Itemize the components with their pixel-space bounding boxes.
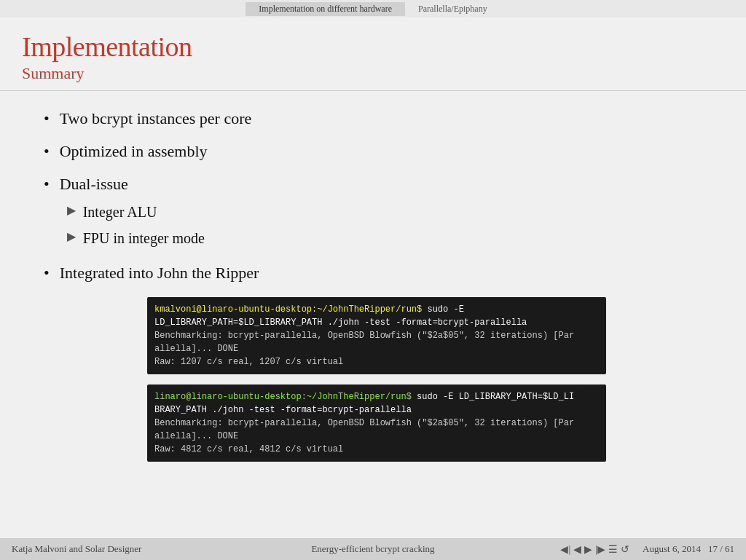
terminal-output: allella]... DONE bbox=[154, 342, 599, 355]
sub-arrow-icon: ▶ bbox=[67, 200, 76, 220]
top-nav: Implementation on different hardware Par… bbox=[0, 0, 746, 17]
slide-subtitle: Summary bbox=[22, 64, 724, 83]
sub-list-item: ▶ Integer ALU bbox=[67, 200, 205, 224]
list-item: • Optimized in assembly bbox=[44, 138, 710, 164]
terminal-box-1: kmalvoni@linaro-ubuntu-desktop:~/JohnThe… bbox=[147, 297, 606, 374]
sub-list-item: ▶ FPU in integer mode bbox=[67, 226, 205, 250]
bullet-text: Two bcrypt instances per core bbox=[60, 106, 252, 131]
bottom-right: ◀| ◀ ▶ |▶ ☰ ↺ August 6, 2014 17 / 61 bbox=[493, 543, 734, 556]
bullet-text: Integrated into John the Ripper bbox=[60, 260, 259, 285]
terminal-output: Raw: 1207 c/s real, 1207 c/s virtual bbox=[154, 355, 599, 368]
terminal-output: Benchmarking: bcrypt-parallella, OpenBSD… bbox=[154, 417, 599, 430]
slide-title: Implementation bbox=[22, 31, 724, 63]
sub-item-text: FPU in integer mode bbox=[83, 226, 205, 250]
nav-first-icon[interactable]: ◀| bbox=[560, 543, 570, 556]
terminal-output: allella]... DONE bbox=[154, 430, 599, 443]
bullet-dot: • bbox=[44, 106, 50, 131]
bullet-dot: • bbox=[44, 260, 50, 285]
nav-last-icon[interactable]: |▶ bbox=[595, 543, 605, 556]
nav-menu-icon[interactable]: ☰ bbox=[608, 543, 618, 556]
bullet-list: • Two bcrypt instances per core • Optimi… bbox=[44, 106, 710, 285]
terminal-line: kmalvoni@linaro-ubuntu-desktop:~/JohnThe… bbox=[154, 303, 599, 329]
bottom-date: August 6, 2014 bbox=[643, 543, 701, 555]
slide-header: Implementation Summary bbox=[0, 17, 746, 87]
list-item: • Two bcrypt instances per core bbox=[44, 106, 710, 131]
sub-arrow-icon: ▶ bbox=[67, 226, 76, 246]
sub-item-text: Integer ALU bbox=[83, 200, 157, 224]
bottom-bar: Katja Malvoni and Solar Designer Energy-… bbox=[0, 538, 746, 560]
bullet-dot: • bbox=[44, 171, 50, 197]
list-item: • Dual-issue ▶ Integer ALU ▶ FPU in inte… bbox=[44, 171, 710, 252]
bottom-left: Katja Malvoni and Solar Designer bbox=[12, 543, 253, 555]
nav-item-parallella[interactable]: Parallella/Epiphany bbox=[405, 2, 500, 16]
bullet-dot: • bbox=[44, 138, 50, 164]
bullet-text: Optimized in assembly bbox=[60, 138, 208, 164]
sub-list: ▶ Integer ALU ▶ FPU in integer mode bbox=[67, 200, 205, 250]
nav-next-icon[interactable]: ▶ bbox=[584, 543, 592, 556]
terminal-cmd-cont: BRARY_PATH ./john -test -format=bcrypt-p… bbox=[154, 403, 599, 417]
terminal-prompt: linaro@linaro-ubuntu-desktop:~/JohnTheRi… bbox=[154, 392, 412, 402]
bullet-with-sub: Dual-issue ▶ Integer ALU ▶ FPU in intege… bbox=[60, 171, 205, 252]
nav-prev-icon[interactable]: ◀ bbox=[573, 543, 581, 556]
terminal-prompt: kmalvoni@linaro-ubuntu-desktop:~/JohnThe… bbox=[154, 304, 422, 315]
list-item: • Integrated into John the Ripper bbox=[44, 260, 710, 285]
slide-content: • Two bcrypt instances per core • Optimi… bbox=[0, 91, 746, 469]
terminal-output: Raw: 4812 c/s real, 4812 c/s virtual bbox=[154, 443, 599, 456]
nav-refresh-icon[interactable]: ↺ bbox=[621, 543, 629, 556]
page-number: 17 / 61 bbox=[708, 543, 734, 555]
bottom-center: Energy-efficient bcrypt cracking bbox=[253, 543, 494, 555]
terminal-output: Benchmarking: bcrypt-parallella, OpenBSD… bbox=[154, 329, 599, 342]
terminal-cmd: sudo -E LD_LIBRARY_PATH=$LD_LI bbox=[412, 392, 574, 402]
nav-icons: ◀| ◀ ▶ |▶ ☰ ↺ bbox=[560, 543, 629, 556]
nav-item-hardware[interactable]: Implementation on different hardware bbox=[246, 2, 405, 16]
terminal-box-2: linaro@linaro-ubuntu-desktop:~/JohnTheRi… bbox=[147, 384, 606, 462]
bullet-text: Dual-issue bbox=[60, 171, 205, 197]
terminals-container: kmalvoni@linaro-ubuntu-desktop:~/JohnThe… bbox=[44, 297, 710, 462]
terminal-line: linaro@linaro-ubuntu-desktop:~/JohnTheRi… bbox=[154, 390, 599, 403]
